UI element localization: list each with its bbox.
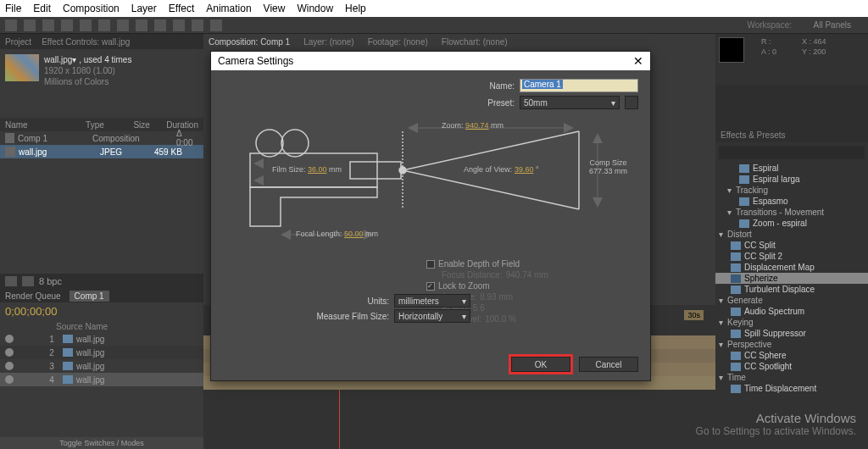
effect-item[interactable]: CC Split [715, 240, 868, 251]
col-size[interactable]: Size [133, 120, 166, 130]
effect-item[interactable]: CC Sphere [715, 350, 868, 361]
layer-type-icon [63, 348, 73, 357]
tab-composition[interactable]: Composition: Comp 1 [209, 37, 290, 47]
effect-item[interactable]: CC Spotlight [715, 361, 868, 372]
col-type[interactable]: Type [86, 120, 133, 130]
tool-hand[interactable] [24, 19, 36, 31]
menu-effect[interactable]: Effect [169, 3, 194, 14]
menu-file[interactable]: File [5, 3, 21, 14]
aov-value[interactable]: 39.60 [515, 165, 534, 174]
asset-row[interactable]: wall.jpgJPEG459 KB [0, 145, 203, 158]
asset-thumbnail[interactable] [5, 54, 39, 81]
eye-icon[interactable] [5, 348, 14, 357]
effect-icon [731, 385, 741, 393]
dof-checkbox[interactable] [426, 260, 435, 269]
layer-name: wall.jpg [76, 335, 104, 344]
tab-layer[interactable]: Layer: (none) [303, 37, 353, 47]
name-label: Name: [490, 81, 515, 91]
menu-view[interactable]: View [264, 3, 286, 14]
tool-brush[interactable] [173, 19, 185, 31]
eye-icon[interactable] [5, 375, 14, 384]
effect-item[interactable]: Spill Suppressor [715, 328, 868, 339]
effect-icon [731, 308, 741, 316]
preset-dropdown[interactable]: 50mm▾ [520, 96, 620, 109]
effect-category[interactable]: ▾Keying [715, 317, 868, 328]
focal-value[interactable]: 50.00 [344, 230, 364, 238]
effect-item[interactable]: Zoom - espiral [715, 218, 868, 229]
tool-text[interactable] [154, 19, 166, 31]
layer-col-source[interactable]: Source Name [56, 322, 108, 331]
menu-help[interactable]: Help [345, 3, 366, 14]
effects-list[interactable]: EspiralEspiral larga▾TrackingEspasmo▾Tra… [715, 163, 868, 449]
tab-render-queue[interactable]: Render Queue [5, 291, 61, 301]
bpc-label[interactable]: 8 bpc [39, 276, 62, 286]
effect-item[interactable]: Espiral [715, 163, 868, 174]
effect-item[interactable]: Espasmo [715, 196, 868, 207]
col-name[interactable]: Name [5, 120, 68, 130]
effect-category[interactable]: ▾Time [715, 372, 868, 383]
units-dropdown[interactable]: millimeters▾ [394, 294, 470, 308]
tool-zoom[interactable] [42, 19, 54, 31]
cancel-button[interactable]: Cancel [579, 357, 638, 372]
zoom-value[interactable]: 940.74 [465, 121, 489, 130]
tool-selection[interactable] [5, 19, 17, 31]
effect-category[interactable]: ▾Transitions - Movement [715, 207, 868, 218]
effect-item[interactable]: Displacement Map [715, 262, 868, 273]
effect-item[interactable]: CC Split 2 [715, 251, 868, 262]
tool-eraser[interactable] [210, 19, 222, 31]
folder-icon[interactable] [22, 276, 34, 286]
effect-item[interactable]: Spherize [715, 273, 868, 284]
tool-camera[interactable] [80, 19, 92, 31]
tab-comp1[interactable]: Comp 1 [70, 291, 109, 302]
col-duration[interactable]: Duration [166, 120, 198, 130]
menu-edit[interactable]: Edit [33, 3, 51, 14]
ok-button[interactable]: OK [511, 357, 570, 372]
trash-icon[interactable] [625, 96, 638, 109]
tool-stamp[interactable] [192, 19, 203, 31]
effects-search-input[interactable] [719, 146, 865, 159]
tab-flowchart[interactable]: Flowchart: (none) [442, 37, 508, 47]
tab-footage[interactable]: Footage: (none) [368, 37, 428, 47]
tool-pen[interactable] [136, 19, 147, 31]
layer-row[interactable]: 3wall.jpg [0, 359, 203, 373]
eye-icon[interactable] [5, 335, 14, 343]
menu-window[interactable]: Window [297, 3, 333, 14]
effect-category[interactable]: ▾Perspective [715, 339, 868, 350]
film-value[interactable]: 36.00 [308, 165, 327, 174]
zoom-label: Zoom: [442, 121, 464, 130]
layer-name: wall.jpg [76, 348, 104, 358]
layer-row[interactable]: 2wall.jpg [0, 346, 203, 359]
timecode[interactable]: 0;00;00;00 [0, 302, 203, 320]
menu-composition[interactable]: Composition [63, 3, 120, 14]
lock-zoom-checkbox[interactable] [426, 282, 435, 291]
effect-item[interactable]: Time Displacement [715, 383, 868, 394]
layer-row[interactable]: 1wall.jpg [0, 332, 203, 346]
tab-effect-controls[interactable]: Effect Controls: wall.jpg [42, 37, 130, 47]
close-icon[interactable]: ✕ [633, 54, 643, 68]
effect-category[interactable]: ▾Tracking [715, 185, 868, 196]
asset-row[interactable]: Comp 1CompositionΔ 0;00 [0, 131, 203, 145]
layer-type-icon [63, 375, 73, 384]
effect-label: Espasmo [753, 197, 788, 206]
tool-rotate[interactable] [61, 19, 73, 31]
tab-effects-presets[interactable]: Effects & Presets [721, 130, 786, 140]
effect-category[interactable]: ▾Distort [715, 229, 868, 240]
project-footer: 8 bpc [0, 274, 203, 289]
measure-dropdown[interactable]: Horizontally▾ [394, 309, 470, 323]
toggle-switches-button[interactable]: Toggle Switches / Modes [0, 437, 203, 449]
menu-layer[interactable]: Layer [131, 3, 157, 14]
eye-icon[interactable] [5, 362, 14, 370]
effect-category[interactable]: ▾Generate [715, 295, 868, 306]
effect-item[interactable]: Espiral larga [715, 174, 868, 185]
tab-project[interactable]: Project [5, 37, 31, 47]
menu-animation[interactable]: Animation [206, 3, 251, 14]
bpc-icon[interactable] [5, 276, 17, 286]
workspace-dropdown[interactable]: All Panels [814, 20, 851, 30]
tool-pan[interactable] [98, 19, 110, 31]
tool-mask[interactable] [117, 19, 129, 31]
name-input[interactable]: Camera 1 [520, 79, 638, 92]
layer-row[interactable]: 4wall.jpg [0, 373, 203, 386]
effect-item[interactable]: Turbulent Displace [715, 284, 868, 295]
menubar[interactable]: File Edit Composition Layer Effect Anima… [0, 0, 868, 17]
effect-item[interactable]: Audio Spectrum [715, 306, 868, 317]
